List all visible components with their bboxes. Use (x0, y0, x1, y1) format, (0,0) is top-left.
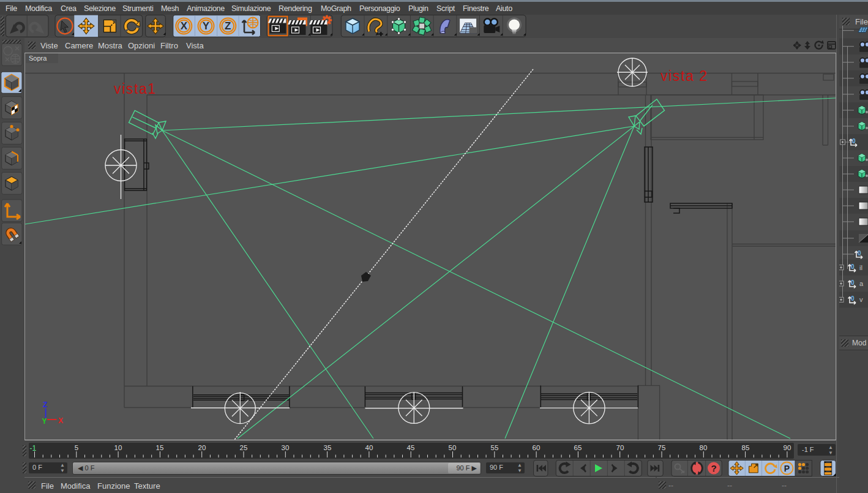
svg-text:80: 80 (700, 444, 708, 451)
svg-text:35: 35 (324, 444, 332, 451)
svg-text:vista 2: vista 2 (660, 68, 708, 84)
svg-text:P: P (784, 464, 790, 473)
svg-text:20: 20 (198, 444, 206, 451)
svg-text:v: v (859, 296, 863, 303)
svg-text:85: 85 (742, 444, 750, 451)
svg-text:a: a (859, 280, 864, 287)
svg-text:X: X (58, 416, 63, 425)
svg-text:65: 65 (574, 444, 582, 451)
svg-text:Z: Z (225, 20, 231, 32)
svg-text:60: 60 (533, 444, 541, 451)
svg-text:Y: Y (203, 20, 210, 32)
svg-text:Z: Z (43, 401, 47, 409)
svg-text:vista1: vista1 (114, 81, 157, 97)
svg-text:50: 50 (449, 444, 457, 451)
svg-text:45: 45 (407, 444, 415, 451)
svg-text:X: X (181, 20, 188, 32)
svg-text:25: 25 (240, 444, 248, 451)
svg-text:5: 5 (75, 444, 78, 451)
svg-text:90: 90 (784, 444, 791, 451)
svg-text:Y: Y (42, 417, 47, 426)
svg-text:40: 40 (365, 444, 373, 451)
svg-text:?: ? (711, 463, 716, 473)
svg-text:15: 15 (156, 444, 164, 451)
svg-text:10: 10 (114, 444, 122, 451)
svg-text:30: 30 (282, 444, 290, 451)
svg-text:70: 70 (616, 444, 624, 451)
svg-text:-1: -1 (30, 444, 37, 453)
svg-text:75: 75 (658, 444, 666, 451)
svg-text:il: il (859, 264, 862, 271)
svg-text:55: 55 (491, 444, 499, 451)
